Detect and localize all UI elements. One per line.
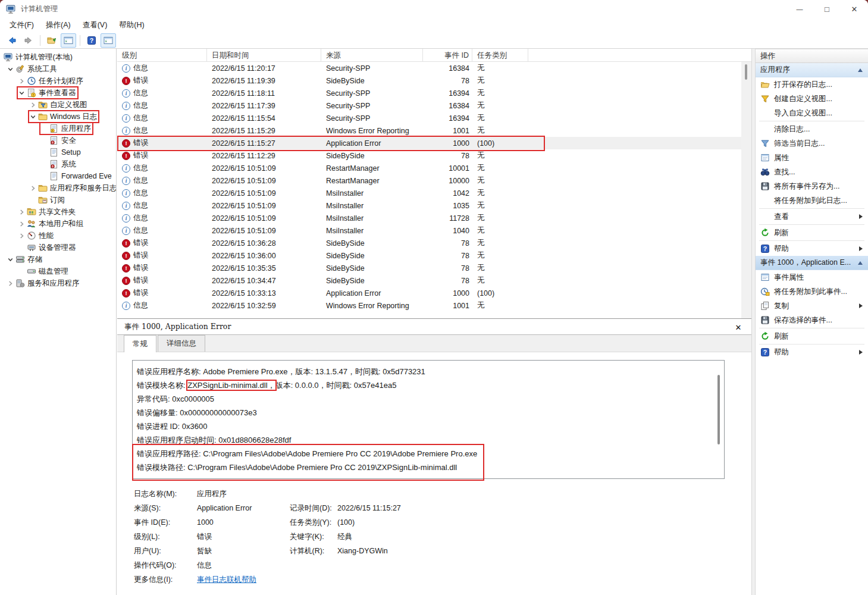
event-list-scrollbar[interactable] [741, 62, 751, 318]
collapse-icon[interactable] [858, 261, 863, 265]
action-创建自定义视图...[interactable]: 创建自定义视图... [756, 92, 868, 106]
event-log-online-help-link[interactable]: 事件日志联机帮助 [197, 575, 256, 585]
column-header-日期和时间[interactable]: 日期和时间 [207, 49, 321, 62]
tree-item-订阅[interactable]: 订阅 [0, 194, 116, 206]
close-icon[interactable]: ✕ [734, 322, 743, 332]
chevron-open-icon[interactable] [6, 65, 15, 73]
chevron-open-icon[interactable] [6, 255, 15, 264]
actions-section-应用程序[interactable]: 应用程序 [756, 63, 868, 77]
action-复制[interactable]: 复制 [756, 299, 868, 313]
tree-item-共享文件夹[interactable]: 共享文件夹 [0, 206, 116, 218]
action-将所有事件另存为...[interactable]: 将所有事件另存为... [756, 179, 868, 193]
action-打开保存的日志...[interactable]: 打开保存的日志... [756, 77, 868, 92]
tree-item-Forwarded Eve[interactable]: Forwarded Eve [0, 170, 116, 182]
tree-item-系统[interactable]: 系统 [0, 158, 116, 170]
event-row[interactable]: i信息2022/6/15 11:15:54Security-SPP16394无 [117, 112, 741, 124]
column-header-事件 ID[interactable]: 事件 ID [423, 49, 472, 62]
action-保存选择的事件...[interactable]: 保存选择的事件... [756, 313, 868, 327]
menu-文件(F)[interactable]: 文件(F) [4, 18, 40, 32]
chevron-open-icon[interactable] [29, 112, 37, 121]
column-header-任务类别[interactable]: 任务类别 [472, 49, 528, 62]
pane-splitter[interactable] [751, 49, 756, 595]
event-row[interactable]: i信息2022/6/15 10:51:09MsiInstaller1040无 [117, 224, 741, 237]
event-row[interactable]: i信息2022/6/15 11:15:29Windows Error Repor… [117, 124, 741, 137]
chevron-closed-icon[interactable] [29, 184, 37, 192]
tree-item-应用程序和服务日志[interactable]: 应用程序和服务日志 [0, 182, 116, 194]
forward-icon[interactable] [21, 33, 36, 48]
event-row[interactable]: !错误2022/6/15 10:36:28SideBySide78无 [117, 237, 741, 249]
export-icon[interactable] [44, 33, 59, 48]
action-刷新[interactable]: 刷新 [756, 226, 868, 240]
action-帮助[interactable]: ?帮助 [756, 242, 868, 256]
tree-item-存储[interactable]: 存储 [0, 253, 116, 265]
menu-操作(A)[interactable]: 操作(A) [40, 18, 77, 32]
action-帮助[interactable]: ?帮助 [756, 345, 868, 359]
event-row[interactable]: i信息2022/6/15 11:17:39Security-SPP16384无 [117, 99, 741, 112]
action-清除日志...[interactable]: 清除日志... [756, 122, 868, 136]
tree-item-设备管理器[interactable]: 设备管理器 [0, 242, 116, 253]
action-属性[interactable]: 属性 [756, 151, 868, 165]
chevron-closed-icon[interactable] [17, 220, 26, 228]
tree-item-磁盘管理[interactable]: 磁盘管理 [0, 265, 116, 277]
tree-item-应用程序[interactable]: 应用程序 [0, 123, 116, 134]
tree-item-自定义视图[interactable]: 自定义视图 [0, 99, 116, 111]
action-筛选当前日志...[interactable]: 筛选当前日志... [756, 136, 868, 151]
minimize-button[interactable]: — [786, 0, 813, 18]
event-row[interactable]: !错误2022/6/15 10:34:47SideBySide78无 [117, 274, 741, 287]
tree-item-事件查看器[interactable]: 事件查看器 [0, 87, 116, 99]
action-导入自定义视图...[interactable]: 导入自定义视图... [756, 106, 868, 120]
event-row[interactable]: !错误2022/6/15 11:15:27Application Error10… [117, 137, 741, 149]
event-row[interactable]: i信息2022/6/15 10:51:09MsiInstaller11728无 [117, 212, 741, 224]
event-row[interactable]: !错误2022/6/15 10:33:13Application Error10… [117, 287, 741, 299]
event-row[interactable]: i信息2022/6/15 10:51:09RestartManager10001… [117, 162, 741, 174]
console2-icon[interactable] [101, 33, 116, 48]
collapse-icon[interactable] [858, 68, 863, 72]
menu-查看(V)[interactable]: 查看(V) [77, 18, 114, 32]
chevron-closed-icon[interactable] [17, 208, 26, 216]
tree-item-性能[interactable]: 性能 [0, 230, 116, 242]
tree-item-任务计划程序[interactable]: 任务计划程序 [0, 75, 116, 87]
tree-item-Setup[interactable]: Setup [0, 146, 116, 158]
description-scrollbar[interactable] [717, 375, 720, 444]
column-header-级别[interactable]: 级别 [117, 49, 207, 62]
close-button[interactable]: ✕ [841, 0, 868, 18]
tree-item-安全[interactable]: 安全 [0, 134, 116, 146]
menu-帮助(H)[interactable]: 帮助(H) [113, 18, 150, 32]
help-icon[interactable]: ? [84, 33, 99, 48]
action-事件属性[interactable]: 事件属性 [756, 270, 868, 284]
event-row[interactable]: i信息2022/6/15 10:51:09RestartManager10000… [117, 174, 741, 187]
column-header-来源[interactable]: 来源 [321, 49, 423, 62]
action-将任务附加到此日志...[interactable]: 将任务附加到此日志... [756, 193, 868, 208]
event-row[interactable]: i信息2022/6/15 10:51:09MsiInstaller1042无 [117, 187, 741, 199]
chevron-closed-icon[interactable] [29, 101, 37, 109]
action-将任务附加到此事件...[interactable]: 将任务附加到此事件... [756, 284, 868, 299]
console-icon[interactable] [61, 33, 76, 48]
action-刷新[interactable]: 刷新 [756, 329, 868, 343]
event-row[interactable]: !错误2022/6/15 10:36:00SideBySide78无 [117, 249, 741, 262]
chevron-closed-icon[interactable] [17, 77, 26, 85]
event-row[interactable]: i信息2022/6/15 11:18:11Security-SPP16394无 [117, 87, 741, 99]
actions-section-事件 1000，Application E...[interactable]: 事件 1000，Application E... [756, 256, 868, 270]
maximize-button[interactable]: □ [813, 0, 841, 18]
tree-item-计算机管理(本地)[interactable]: 计算机管理(本地) [0, 51, 116, 63]
tab-常规[interactable]: 常规 [124, 335, 156, 352]
tree-item-服务和应用程序[interactable]: 服务和应用程序 [0, 277, 116, 289]
tree-item-本地用户和组[interactable]: 本地用户和组 [0, 218, 116, 230]
tree-item-Windows 日志[interactable]: Windows 日志 [0, 111, 116, 123]
event-row[interactable]: i信息2022/6/15 11:20:17Security-SPP16384无 [117, 62, 741, 74]
performance-icon [26, 231, 36, 240]
chevron-closed-icon[interactable] [6, 279, 15, 287]
tab-详细信息[interactable]: 详细信息 [158, 335, 205, 352]
event-row[interactable]: !错误2022/6/15 11:12:29SideBySide78无 [117, 149, 741, 162]
event-row[interactable]: !错误2022/6/15 11:19:39SideBySide78无 [117, 74, 741, 87]
event-list: 级别日期和时间来源事件 ID任务类别 i信息2022/6/15 11:20:17… [117, 49, 751, 319]
event-row[interactable]: !错误2022/6/15 10:35:35SideBySide78无 [117, 262, 741, 274]
tree-item-系统工具[interactable]: 系统工具 [0, 63, 116, 75]
action-查看[interactable]: 查看 [756, 209, 868, 224]
back-icon[interactable] [4, 33, 20, 48]
chevron-open-icon[interactable] [17, 89, 26, 97]
chevron-closed-icon[interactable] [17, 231, 26, 240]
action-查找...[interactable]: 查找... [756, 165, 868, 179]
event-row[interactable]: i信息2022/6/15 10:51:09MsiInstaller1035无 [117, 199, 741, 212]
event-row[interactable]: i信息2022/6/15 10:32:59Windows Error Repor… [117, 299, 741, 312]
